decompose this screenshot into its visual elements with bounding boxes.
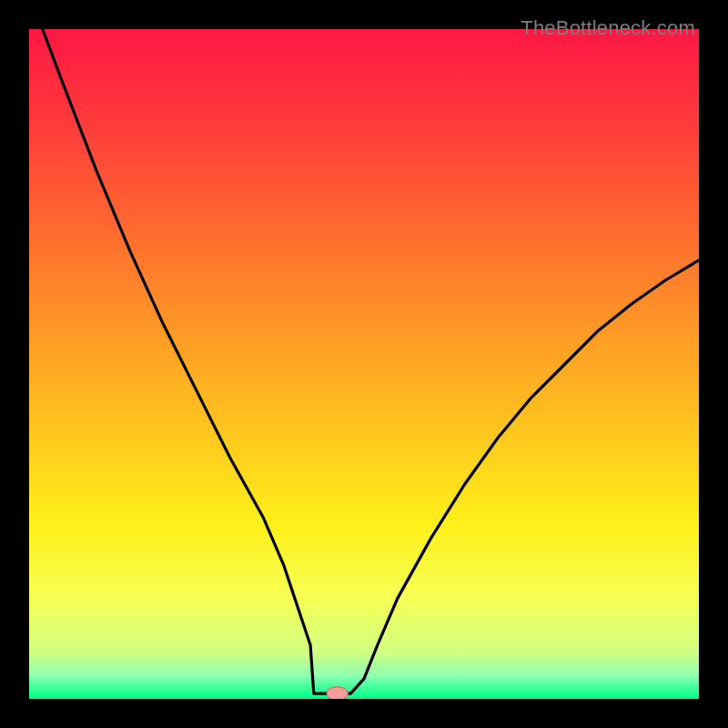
optimal-marker	[327, 687, 349, 699]
watermark-text: TheBottleneck.com	[521, 16, 695, 40]
plot-area	[29, 29, 699, 699]
chart-frame: TheBottleneck.com	[15, 15, 713, 713]
bottleneck-chart	[29, 29, 699, 699]
gradient-background	[29, 29, 699, 699]
